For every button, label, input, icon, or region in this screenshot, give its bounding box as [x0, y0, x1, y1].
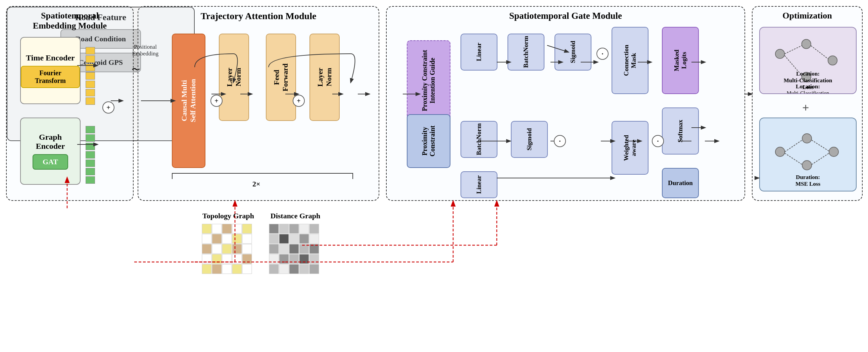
svg-line-38: [784, 46, 802, 54]
duration-block: Duration: [662, 168, 699, 198]
dot-circle-2: ·: [652, 135, 664, 147]
gat-label: GAT: [43, 157, 58, 166]
distance-matrix: [269, 223, 322, 278]
proximity-guide-label: Proximity ConstraintIntention Guide: [421, 50, 436, 111]
location-opt-box: Location: Multi-Classification Loss Loca…: [759, 27, 857, 94]
svg-rect-74: [222, 264, 231, 274]
softmax-label: Softmax: [677, 120, 684, 142]
svg-rect-61: [242, 234, 252, 243]
svg-rect-79: [289, 224, 299, 233]
connection-mask-block: ConnectionMask: [612, 27, 649, 94]
dot-circle-top: ·: [596, 48, 609, 60]
trajectory-module: Trajectory Attention Module Causal Multi…: [137, 6, 379, 201]
svg-rect-77: [269, 224, 279, 233]
layer-norm-1-block: LayerNorm: [219, 34, 249, 121]
time-encoder-label: Time Encoder: [26, 53, 75, 62]
causal-block: Causal MultiSelf Attention: [172, 34, 206, 168]
svg-rect-82: [269, 234, 279, 243]
svg-rect-90: [300, 244, 309, 254]
linear-top-block: Linear: [461, 34, 497, 70]
plus-sign: +: [802, 101, 809, 115]
svg-rect-97: [269, 264, 279, 274]
svg-rect-91: [309, 244, 319, 254]
svg-rect-54: [222, 224, 231, 233]
svg-point-46: [829, 147, 838, 156]
topology-matrix: [202, 223, 255, 278]
layer-norm-1-label: LayerNorm: [225, 68, 243, 87]
sum-circle-embedding: +: [102, 101, 115, 114]
layer-norm-2-label: LayerNorm: [316, 68, 333, 87]
svg-point-47: [802, 160, 812, 170]
svg-line-50: [785, 153, 802, 165]
sigmoid-mid-block: Sigmoid: [511, 121, 548, 158]
svg-rect-65: [232, 244, 242, 254]
proximity-constraint-block: ProximityConstraint: [407, 114, 451, 168]
svg-point-35: [802, 39, 811, 48]
svg-line-51: [812, 153, 829, 165]
sigmoid-top-block: Sigmoid: [555, 34, 591, 70]
sum-circle-1: +: [211, 95, 222, 107]
svg-line-39: [811, 46, 828, 59]
weighted-aware-block: Weightedaware: [612, 121, 649, 175]
two-x-label: 2×: [252, 180, 260, 188]
svg-rect-53: [212, 224, 221, 233]
svg-rect-87: [269, 244, 279, 254]
svg-rect-75: [232, 264, 242, 274]
svg-rect-52: [202, 224, 212, 233]
duration-opt-box: Duration:MSE Loss: [759, 118, 857, 192]
svg-rect-62: [202, 244, 212, 254]
topology-label: Topology Graph: [202, 212, 255, 220]
svg-point-45: [802, 134, 812, 143]
graph-encoder-label: GraphEncoder: [36, 133, 65, 151]
svg-rect-72: [202, 264, 212, 274]
embedding-module: SpatiotemporalEmbedding Module Time Enco…: [6, 6, 133, 201]
gat-box: GAT: [33, 154, 68, 170]
fourier-label: Fourier Transform: [35, 69, 66, 84]
svg-rect-73: [212, 264, 221, 274]
time-encoder-box: Time Encoder Fourier Transform: [20, 37, 81, 104]
svg-rect-70: [232, 254, 242, 264]
svg-rect-92: [269, 254, 279, 264]
svg-rect-57: [202, 234, 212, 243]
svg-line-49: [812, 140, 829, 151]
sum-circle-2: +: [293, 95, 305, 107]
feed-forward-label: FeedForward: [272, 63, 290, 91]
svg-rect-76: [242, 264, 252, 274]
sigmoid-top-label: Sigmoid: [569, 41, 577, 63]
svg-rect-55: [232, 224, 242, 233]
linear-bottom-label: Linear: [475, 176, 483, 194]
svg-line-48: [785, 140, 802, 152]
svg-rect-81: [309, 224, 319, 233]
svg-point-34: [775, 49, 784, 58]
duration-label: Duration: [668, 179, 693, 187]
location-loss-label: Location:Multi-ClassificationLoss: [760, 70, 856, 91]
two-x-bracket: [172, 173, 353, 179]
batch-norm-top-block: BatchNorm: [507, 34, 545, 70]
dot-circle-mid: ·: [554, 135, 566, 147]
weighted-aware-label: Weightedaware: [623, 135, 638, 160]
svg-rect-95: [300, 254, 309, 264]
svg-rect-85: [300, 234, 309, 243]
svg-rect-60: [232, 234, 242, 243]
batch-norm-top-label: BatchNorm: [522, 36, 530, 68]
svg-rect-93: [279, 254, 289, 264]
svg-rect-88: [279, 244, 289, 254]
embedding-title: SpatiotemporalEmbedding Module: [7, 11, 133, 31]
svg-rect-98: [279, 264, 289, 274]
optimization-module: Optimization Location: Multi-Classificat…: [752, 6, 863, 201]
svg-rect-63: [212, 244, 221, 254]
svg-rect-80: [300, 224, 309, 233]
svg-rect-83: [279, 234, 289, 243]
batch-norm-mid-block: BatchNorm: [461, 121, 497, 158]
duration-loss-label: Duration:MSE Loss: [760, 174, 856, 187]
softmax-block: Softmax: [662, 108, 699, 154]
svg-rect-66: [242, 244, 252, 254]
svg-rect-78: [279, 224, 289, 233]
graph-encoder-box: GraphEncoder GAT: [20, 118, 81, 185]
distance-label: Distance Graph: [269, 212, 322, 220]
batch-norm-mid-label: BatchNorm: [475, 124, 483, 155]
linear-bottom-block: Linear: [461, 171, 497, 198]
svg-rect-94: [289, 254, 299, 264]
trajectory-title: Trajectory Attention Module: [138, 11, 379, 22]
feed-forward-block: FeedForward: [266, 34, 296, 121]
